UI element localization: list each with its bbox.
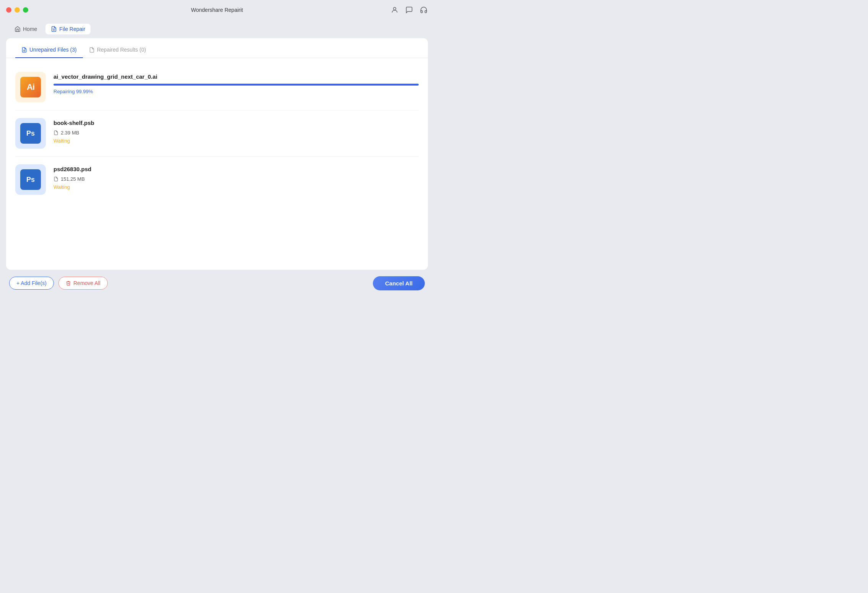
tab-unrepaired[interactable]: Unrepaired Files (3): [15, 42, 83, 58]
file-size-row-2: 2.39 MB: [53, 130, 419, 136]
nav-file-repair[interactable]: File Repair: [45, 24, 91, 34]
file-name-2: book-shelf.psb: [53, 120, 419, 126]
nav-home-label: Home: [23, 26, 37, 32]
nav-home[interactable]: Home: [9, 24, 42, 34]
maximize-button[interactable]: [23, 7, 28, 13]
close-button[interactable]: [6, 7, 11, 13]
tab-unrepaired-label: Unrepaired Files (3): [29, 47, 77, 53]
file-icon-wrapper-ps-1: Ps: [15, 118, 46, 149]
window-controls: [6, 7, 28, 13]
file-icon-wrapper-ps-2: Ps: [15, 164, 46, 195]
progress-bar-fill-1: [53, 84, 419, 86]
ai-icon: Ai: [20, 77, 41, 97]
ps-icon-1: Ps: [20, 123, 41, 144]
file-size-2: 2.39 MB: [61, 130, 79, 136]
nav-file-repair-label: File Repair: [59, 26, 85, 32]
file-name-1: ai_vector_drawing_grid_next_car_0.ai: [53, 73, 419, 80]
file-size-icon-2: [53, 130, 58, 136]
file-size-row-3: 151.25 MB: [53, 176, 419, 182]
trash-icon: [66, 280, 71, 286]
list-item: Ps book-shelf.psb 2.39 MB Waiting: [15, 110, 419, 157]
chat-icon[interactable]: [405, 6, 413, 14]
headset-icon[interactable]: [419, 6, 428, 14]
status-1: Repairing 99.99%: [53, 89, 419, 94]
tabs: Unrepaired Files (3) Repaired Results (0…: [6, 38, 428, 58]
bottom-left-buttons: + Add File(s) Remove All: [9, 277, 108, 290]
file-name-3: psd26830.psd: [53, 166, 419, 172]
list-item: Ps psd26830.psd 151.25 MB Waiting: [15, 157, 419, 203]
file-list: Ai ai_vector_drawing_grid_next_car_0.ai …: [6, 58, 428, 270]
file-size-icon-3: [53, 176, 58, 182]
progress-bar-container-1: [53, 84, 419, 86]
file-info-1: ai_vector_drawing_grid_next_car_0.ai Rep…: [53, 72, 419, 94]
file-info-3: psd26830.psd 151.25 MB Waiting: [53, 164, 419, 190]
user-icon[interactable]: [390, 6, 399, 14]
file-icon-wrapper-ai: Ai: [15, 72, 46, 102]
nav-bar: Home File Repair: [0, 20, 434, 38]
status-3: Waiting: [53, 184, 419, 190]
add-files-button[interactable]: + Add File(s): [9, 277, 54, 290]
cancel-all-button[interactable]: Cancel All: [373, 276, 425, 290]
tab-repaired[interactable]: Repaired Results (0): [83, 42, 152, 58]
cancel-all-label: Cancel All: [385, 280, 413, 287]
status-2: Waiting: [53, 138, 419, 144]
minimize-button[interactable]: [15, 7, 20, 13]
add-files-label: + Add File(s): [16, 280, 47, 286]
bottom-bar: + Add File(s) Remove All Cancel All: [0, 270, 434, 296]
file-size-3: 151.25 MB: [61, 176, 85, 182]
tab-repaired-label: Repaired Results (0): [97, 47, 146, 53]
file-info-2: book-shelf.psb 2.39 MB Waiting: [53, 118, 419, 144]
list-item: Ai ai_vector_drawing_grid_next_car_0.ai …: [15, 64, 419, 110]
remove-all-button[interactable]: Remove All: [58, 277, 108, 290]
remove-all-label: Remove All: [73, 280, 100, 286]
title-bar: Wondershare Repairit: [0, 0, 434, 20]
app-title: Wondershare Repairit: [191, 7, 243, 13]
ps-icon-2: Ps: [20, 169, 41, 190]
svg-point-0: [394, 7, 396, 10]
title-icons: [390, 6, 428, 14]
main-content: Unrepaired Files (3) Repaired Results (0…: [6, 38, 428, 270]
